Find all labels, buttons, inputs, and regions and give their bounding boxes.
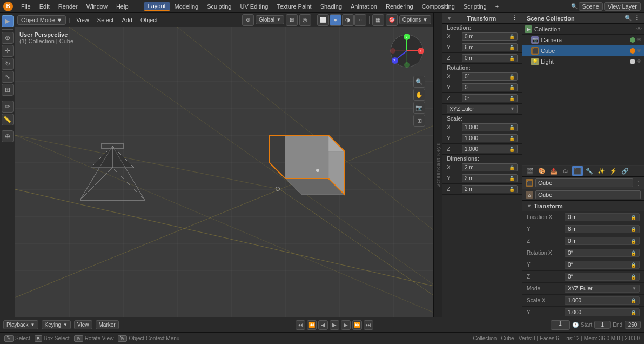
pivot-selector[interactable]: ⊙ <box>242 14 254 26</box>
workspace-add[interactable]: + <box>492 2 502 11</box>
render-btn[interactable]: ○ <box>354 14 366 26</box>
physics-prop-icon[interactable]: ⚡ <box>608 166 619 176</box>
zoom-tool[interactable]: 🔍 <box>413 76 425 88</box>
start-value[interactable]: 1 <box>594 321 611 329</box>
location-z-value[interactable]: 0 m 🔒 <box>462 54 518 62</box>
cube-scale-x-value[interactable]: 1.000 🔒 <box>565 296 640 305</box>
cube-location-y-value[interactable]: 6 m 🔒 <box>565 225 640 233</box>
global-selector[interactable]: Global▼ <box>256 15 284 24</box>
rotation-z-value[interactable]: 0° 🔒 <box>462 94 518 102</box>
outliner-item-camera[interactable]: 📷 Camera 👁 <box>522 35 644 45</box>
tool-cursor[interactable]: ⊕ <box>2 32 14 44</box>
jump-end-btn[interactable]: ⏭ <box>364 320 373 330</box>
playback-menu[interactable]: Playback▼ <box>3 320 38 329</box>
tool-move[interactable]: ✛ <box>2 45 14 57</box>
cube-rotation-x-value[interactable]: 0° 🔒 <box>565 249 640 257</box>
tool-measure[interactable]: 📏 <box>2 114 14 125</box>
view-menu-timeline[interactable]: View <box>74 320 92 329</box>
cube-location-x-value[interactable]: 0 m 🔒 <box>565 213 640 221</box>
scale-y-value[interactable]: 1.000 🔒 <box>462 134 518 142</box>
cube-mode-dropdown[interactable]: XYZ Euler ▼ <box>565 285 640 293</box>
overlay-btn[interactable]: ▦ <box>372 14 384 26</box>
transform-options-icon[interactable]: ⋮ <box>512 15 518 22</box>
current-frame-input[interactable]: 1 <box>551 320 570 330</box>
workspace-layout[interactable]: Layout <box>144 2 170 11</box>
gizmo-btn[interactable]: 🎯 <box>386 14 398 26</box>
dimensions-x-value[interactable]: 2 m 🔒 <box>462 163 518 171</box>
play-btn[interactable]: ▶ <box>330 320 339 330</box>
workspace-modeling[interactable]: Modeling <box>171 2 203 11</box>
object-menu[interactable]: Object <box>137 16 161 24</box>
wireframe-btn[interactable]: ⬜ <box>317 14 329 26</box>
add-menu[interactable]: Add <box>118 16 136 24</box>
scene-selector[interactable]: Scene <box>579 2 603 11</box>
object-name-field[interactable]: Cube <box>535 178 633 187</box>
workspace-sculpting[interactable]: Sculpting <box>203 2 235 11</box>
tool-rotate[interactable]: ↻ <box>2 58 14 70</box>
view-layer-selector[interactable]: View Layer <box>604 2 641 11</box>
snap-btn[interactable]: ⊞ <box>286 14 298 26</box>
cube-transform-header[interactable]: ▼ Transform <box>522 201 644 211</box>
particle-prop-icon[interactable]: ✨ <box>596 166 607 176</box>
view-menu[interactable]: View <box>73 16 92 24</box>
menu-render[interactable]: Render <box>55 2 82 11</box>
view-layer-prop-icon[interactable]: 🗂 <box>560 166 571 176</box>
light-visibility-icon[interactable]: 👁 <box>636 58 642 64</box>
output-prop-icon[interactable]: 📤 <box>548 166 559 176</box>
menu-help[interactable]: Help <box>112 2 132 11</box>
menu-edit[interactable]: Edit <box>36 2 53 11</box>
tool-scale[interactable]: ⤡ <box>2 71 14 83</box>
rotation-x-value[interactable]: 0° 🔒 <box>462 72 518 81</box>
tool-transform[interactable]: ⊞ <box>2 84 14 96</box>
prev-keyframe-btn[interactable]: ◀ <box>318 320 328 330</box>
workspace-shading[interactable]: Shading <box>317 2 346 11</box>
cube-visibility-icon[interactable]: 👁 <box>636 48 642 54</box>
nav-gizmo[interactable]: X Y Z <box>388 32 425 69</box>
outliner-item-cube[interactable]: ⬛ Cube 👁 <box>522 45 644 56</box>
mode-selector[interactable]: Object Mode ▼ <box>17 15 66 25</box>
cube-rotation-y-value[interactable]: 0° 🔒 <box>565 261 640 269</box>
modifier-prop-icon[interactable]: 🔧 <box>584 166 595 176</box>
tool-add[interactable]: ⊕ <box>2 130 14 142</box>
keying-menu[interactable]: Keying▼ <box>42 320 71 329</box>
cube-location-z-value[interactable]: 0 m 🔒 <box>565 237 640 245</box>
object-prop-icon[interactable]: ⬛ <box>572 166 583 176</box>
workspace-uv-editing[interactable]: UV Editing <box>236 2 272 11</box>
select-menu[interactable]: Select <box>94 16 117 24</box>
camera-view-tool[interactable]: 📷 <box>413 102 425 114</box>
constraints-prop-icon[interactable]: 🔗 <box>620 166 630 176</box>
next-keyframe-btn[interactable]: ▶ <box>341 320 351 330</box>
data-name-field[interactable]: Cube <box>535 190 641 199</box>
location-y-value[interactable]: 6 m 🔒 <box>462 43 518 51</box>
dimensions-z-value[interactable]: 2 m 🔒 <box>462 185 518 193</box>
proportional-btn[interactable]: ◎ <box>299 14 311 26</box>
scene-prop-icon[interactable]: 🎬 <box>525 166 535 176</box>
outliner-item-light[interactable]: 💡 Light 👁 <box>522 56 644 67</box>
render-prop-icon[interactable]: 🎨 <box>536 166 547 176</box>
jump-start-btn[interactable]: ⏮ <box>296 320 305 330</box>
workspace-rendering[interactable]: Rendering <box>382 2 417 11</box>
collection-visibility-icon[interactable]: 👁 <box>636 26 642 32</box>
end-value[interactable]: 250 <box>625 321 641 329</box>
workspace-texture-paint[interactable]: Texture Paint <box>273 2 315 11</box>
dimensions-y-value[interactable]: 2 m 🔒 <box>462 174 518 182</box>
rotation-y-value[interactable]: 0° 🔒 <box>462 83 518 91</box>
options-btn[interactable]: Options ▼ <box>399 15 431 24</box>
workspace-compositing[interactable]: Compositing <box>418 2 459 11</box>
material-btn[interactable]: ◑ <box>342 14 354 26</box>
object-name-options[interactable]: ⋮ <box>635 180 641 186</box>
prev-frame-btn[interactable]: ⏪ <box>307 320 317 330</box>
workspace-animation[interactable]: Animation <box>347 2 381 11</box>
cube-scale-y-value[interactable]: 1.000 🔒 <box>565 308 640 316</box>
menu-window[interactable]: Window <box>83 2 111 11</box>
cube-rotation-z-value[interactable]: 0° 🔒 <box>565 273 640 281</box>
viewport-3d[interactable]: Object Mode ▼ | View Select Add Object ⊙… <box>15 13 433 317</box>
tool-annotate[interactable]: ✏ <box>2 101 14 113</box>
outliner-item-collection[interactable]: ▶ Collection 👁 <box>522 24 644 35</box>
outliner-filter-icon[interactable]: 🔍 <box>625 15 632 22</box>
workspace-scripting[interactable]: Scripting <box>460 2 491 11</box>
pan-tool[interactable]: ✋ <box>413 89 425 101</box>
tool-select[interactable]: ▶ <box>2 15 14 27</box>
rotation-mode-dropdown[interactable]: XYZ Euler ▼ <box>447 105 518 113</box>
outliner-options-icon[interactable]: ⋮ <box>634 15 640 22</box>
